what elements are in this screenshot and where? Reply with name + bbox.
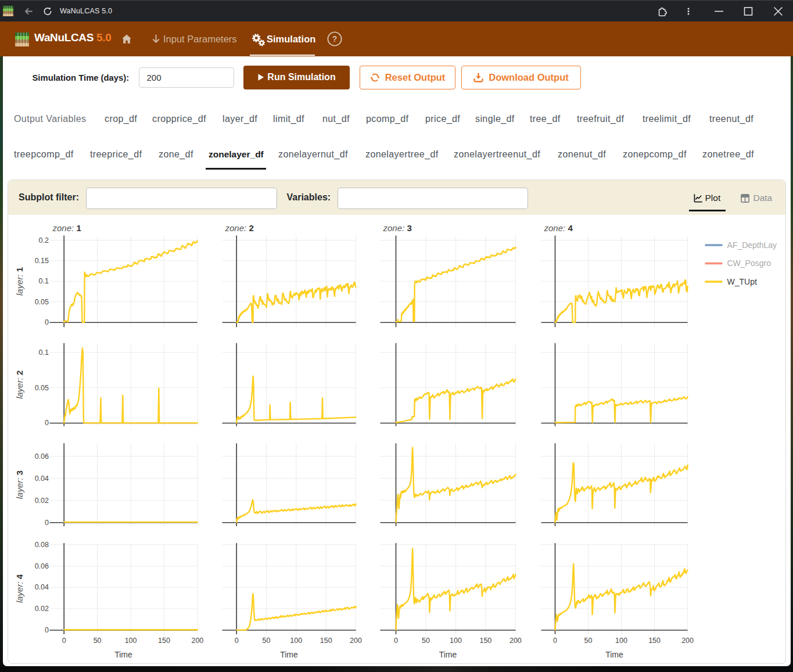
svg-text:Time: Time — [605, 650, 623, 659]
svg-text:0: 0 — [62, 637, 66, 645]
svg-text:200: 200 — [350, 637, 362, 645]
svg-text:AF_DepthLay: AF_DepthLay — [727, 240, 777, 250]
svg-text:zone: 1: zone: 1 — [52, 223, 81, 233]
svg-text:zone: 3: zone: 3 — [382, 223, 411, 233]
svg-text:0: 0 — [553, 637, 557, 645]
svg-text:0: 0 — [394, 637, 398, 645]
svg-text:100: 100 — [290, 637, 302, 645]
svg-text:0.06: 0.06 — [34, 562, 48, 570]
svg-text:0.1: 0.1 — [38, 348, 48, 357]
svg-text:0.06: 0.06 — [34, 452, 48, 461]
svg-text:0.05: 0.05 — [34, 384, 48, 392]
svg-text:zone: 4: zone: 4 — [543, 223, 573, 233]
svg-text:layer: 3: layer: 3 — [15, 470, 24, 499]
svg-text:50: 50 — [93, 637, 101, 645]
svg-text:100: 100 — [124, 637, 137, 645]
svg-text:0: 0 — [45, 419, 49, 427]
svg-text:0.04: 0.04 — [34, 475, 48, 483]
svg-text:0.1: 0.1 — [38, 277, 48, 285]
svg-text:50: 50 — [422, 637, 430, 645]
svg-text:0.05: 0.05 — [34, 298, 48, 306]
svg-text:CW_Posgro: CW_Posgro — [727, 258, 771, 268]
svg-text:Time: Time — [114, 650, 132, 659]
svg-text:0: 0 — [45, 626, 49, 634]
svg-text:?: ? — [332, 34, 338, 44]
svg-text:layer: 2: layer: 2 — [15, 371, 24, 399]
svg-text:layer: 4: layer: 4 — [15, 574, 24, 603]
svg-text:50: 50 — [584, 637, 592, 645]
svg-text:150: 150 — [479, 637, 491, 645]
svg-text:100: 100 — [450, 637, 462, 645]
svg-text:200: 200 — [509, 637, 521, 645]
svg-text:0: 0 — [45, 519, 49, 527]
svg-text:50: 50 — [262, 637, 270, 645]
svg-text:Time: Time — [439, 650, 457, 659]
svg-text:100: 100 — [615, 637, 627, 645]
svg-text:150: 150 — [320, 637, 332, 645]
svg-text:0.04: 0.04 — [34, 583, 48, 591]
svg-text:200: 200 — [681, 637, 694, 645]
svg-text:150: 150 — [648, 637, 661, 645]
svg-text:0: 0 — [45, 318, 49, 326]
svg-text:Time: Time — [280, 650, 298, 659]
svg-text:0.15: 0.15 — [34, 257, 48, 265]
svg-text:0: 0 — [234, 637, 238, 645]
svg-text:150: 150 — [158, 637, 170, 645]
svg-text:zone: 2: zone: 2 — [224, 223, 253, 233]
svg-text:0.02: 0.02 — [34, 605, 48, 613]
svg-text:0.2: 0.2 — [38, 236, 48, 245]
svg-text:0.02: 0.02 — [34, 497, 48, 505]
svg-text:layer: 1: layer: 1 — [15, 267, 24, 296]
svg-text:W_TUpt: W_TUpt — [727, 277, 756, 286]
svg-text:0.08: 0.08 — [34, 541, 48, 549]
svg-text:200: 200 — [191, 637, 203, 645]
